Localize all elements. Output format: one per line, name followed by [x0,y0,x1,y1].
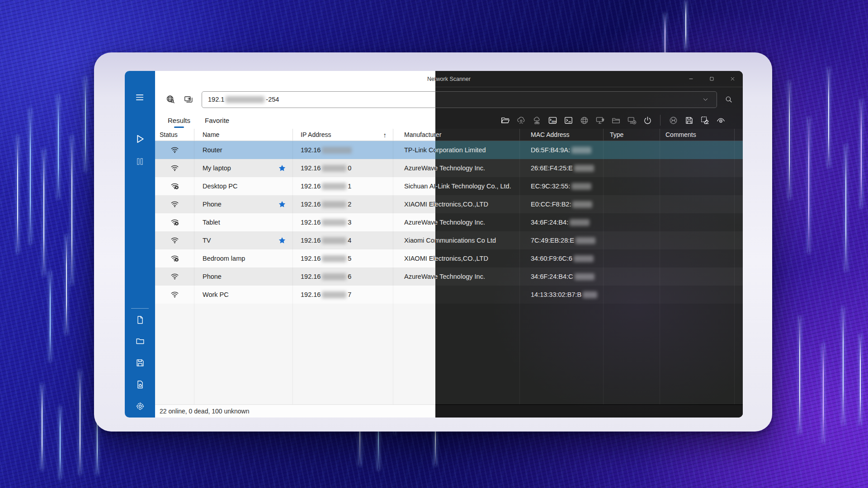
clear-results-button[interactable] [699,114,711,126]
preview-eye-button[interactable] [715,114,726,126]
save-button[interactable] [683,114,695,126]
wifi-icon [170,200,180,209]
mac-address-cell: 34:6F:24:B4: [520,213,604,231]
column-header-name[interactable]: Name [194,129,293,141]
spacer-cell [735,231,743,249]
column-header-ip-address[interactable]: IP Address↑ [293,129,393,141]
column-header-spacer [735,129,743,141]
redacted-ip [322,183,346,190]
name-cell: My laptop [194,159,293,177]
spacer-cell [735,177,743,195]
light-streak [30,108,31,244]
open-folder-icon [500,116,510,125]
status-cell [155,286,194,304]
ip-address-cell: 192.164 [293,231,393,249]
device-name: Phone [203,201,222,208]
column-header-comments[interactable]: Comments [660,129,735,141]
menu-icon [135,92,145,103]
light-streak [789,81,790,199]
ip-lookup-globe-icon [165,94,175,104]
redacted-mac [575,273,594,280]
device-name: Bedroom lamp [203,255,245,262]
comments-cell [660,159,735,177]
ip-lookup-globe-button[interactable] [165,94,176,105]
toolbar-actions: SSH [499,114,743,126]
web-browser-button[interactable] [578,114,590,126]
add-computer-button[interactable] [626,114,637,126]
redacted-ip [322,237,346,244]
favorite-star-icon[interactable] [278,164,286,172]
shared-folders-icon [611,116,621,125]
power-button[interactable] [642,114,653,126]
type-cell [604,267,660,286]
close-button[interactable] [722,71,743,87]
sidebar-divider [131,308,149,309]
preview-eye-icon [716,116,726,125]
sidebar-open-file-button[interactable] [132,333,149,349]
close-icon [730,76,736,82]
light-streak [43,149,44,276]
redacted-ip [322,219,346,226]
name-cell: Work PC [194,286,293,304]
redacted-mac [570,219,590,226]
wifi-icon [170,272,180,281]
radar-button[interactable] [667,114,679,126]
terminal-icon [564,116,573,125]
sidebar-menu-button[interactable] [132,89,149,105]
svg-text:SSH: SSH [552,120,556,122]
name-cell: TV [194,231,293,249]
search-button[interactable] [719,91,739,108]
sidebar-save-results-button[interactable] [132,355,149,371]
spacer-cell [735,286,743,304]
maximize-button[interactable] [701,71,722,87]
star-icon [278,164,286,172]
minimize-button[interactable] [680,71,701,87]
light-streak [85,77,86,172]
ssh-terminal-button[interactable]: SSH [547,114,558,126]
wifi-icon [170,236,180,245]
favorite-star-icon[interactable] [278,200,286,208]
remote-shield-button[interactable] [594,114,606,126]
new-file-icon [135,315,145,325]
remote-cloud-user-button[interactable] [515,114,527,126]
comments-cell [660,249,735,267]
sidebar-export-report-button[interactable] [132,376,149,393]
column-header-type[interactable]: Type [604,129,660,141]
ip-address-cell: 192.167 [293,286,393,304]
name-cell: Phone [194,267,293,286]
status-cell [155,159,194,177]
export-report-icon [135,380,145,389]
open-folder-button[interactable] [499,114,511,126]
chevron-down-icon[interactable] [698,93,713,106]
start-scan-icon [134,133,146,145]
light-streak [823,343,824,443]
redacted-ip [322,291,346,298]
mac-address-cell: 14:13:33:02:B7:B [520,286,604,304]
tab-results[interactable]: Results [160,112,198,129]
column-header-mac-address[interactable]: MAC Address [520,129,604,141]
web-browser-icon [580,116,589,125]
sidebar-pause-scan-button[interactable] [132,153,149,169]
radar-icon [669,116,678,125]
mac-address-cell: 7C:49:EB:28:E [520,231,604,249]
mac-address-cell: D6:5F:B4:9A: [520,141,604,159]
light-streak [808,117,809,253]
active-tab-indicator [174,127,184,128]
mac-address-cell: 26:6E:F4:25:E [520,159,604,177]
redacted-mac [572,201,592,208]
sidebar-start-scan-button[interactable] [132,131,149,147]
column-header-status[interactable]: Status [155,129,194,141]
network-map-button[interactable] [531,114,542,126]
terminal-button[interactable] [562,114,574,126]
status-cell [155,141,194,159]
remote-desktop-button[interactable] [183,94,194,105]
favorite-star-icon[interactable] [278,236,286,244]
tab-favorite[interactable]: Favorite [198,112,236,129]
sidebar-new-file-button[interactable] [132,312,149,328]
mac-address-cell: 34:6F:24:B4:C [520,267,604,286]
status-cell [155,213,194,231]
light-streak [843,307,844,425]
sidebar-settings-button[interactable] [132,398,149,414]
shared-folders-button[interactable] [610,114,622,126]
device-name: My laptop [203,164,231,172]
